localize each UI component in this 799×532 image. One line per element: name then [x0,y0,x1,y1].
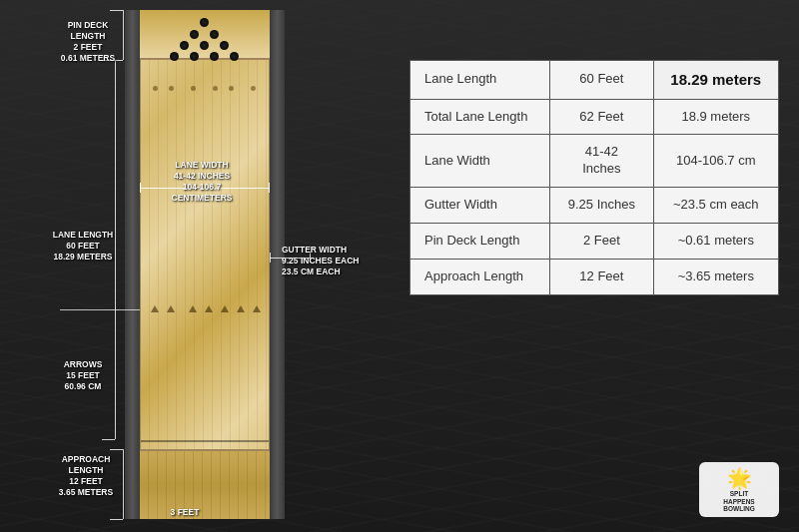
label-pin-deck: Pin Deck Length [410,224,550,260]
approach-label: APPROACH LENGTH12 FEET3.65 METERS [52,454,120,498]
metric-lane-length: 18.29 meters [653,61,778,100]
table-row: Lane Length 60 Feet 18.29 meters [410,61,779,100]
table-row: Gutter Width 9.25 Inches ~23.5 cm each [410,188,779,224]
metric-gutter-width: ~23.5 cm each [653,188,778,224]
pin-deck [140,10,270,60]
imperial-pin-deck: 2 Feet [550,224,653,260]
imperial-total-lane: 62 Feet [550,99,653,135]
label-approach: Approach Length [410,259,550,294]
table-row: Lane Width 41-42 Inches 104-106.7 cm [410,135,779,188]
imperial-gutter-width: 9.25 Inches [550,188,653,224]
label-lane-length: Lane Length [410,61,550,100]
metric-pin-deck: ~0.61 meters [653,224,778,260]
metric-approach: ~3.65 meters [653,259,778,294]
imperial-lane-width: 41-42 Inches [550,135,653,188]
gutter-width-label: GUTTER WIDTH9.25 INCHES EACH23.5 CM EACH [282,245,362,277]
imperial-approach: 12 Feet [550,259,653,294]
logo: 🌟 SPLIT HAPPENS BOWLING [699,462,779,517]
label-gutter-width: Gutter Width [410,188,550,224]
pin-deck-label: PIN DECK LENGTH2 FEET0.61 METERS [52,20,124,64]
table-row: Approach Length 12 Feet ~3.65 meters [410,259,779,294]
lane-diagram: PIN DECK LENGTH2 FEET0.61 METERS LANE WI… [50,10,360,519]
lane-length-label: LANE LENGTH60 FEET18.29 METERS [52,230,114,263]
approach-area [140,449,270,519]
three-feet-label: 3 FEET [165,507,205,518]
imperial-lane-length: 60 Feet [550,61,653,100]
gutter-left [125,10,140,519]
logo-text: SPLIT HAPPENS BOWLING [723,490,754,513]
measurements-table-wrapper: Lane Length 60 Feet 18.29 meters Total L… [409,60,779,295]
measurements-table: Lane Length 60 Feet 18.29 meters Total L… [409,60,779,295]
label-total-lane: Total Lane Length [410,99,550,135]
lane-width-label: LANE WIDTH41-42 INCHES104-106.7CENTIMETE… [142,160,262,204]
metric-lane-width: 104-106.7 cm [653,135,778,188]
lane-wood [140,10,270,519]
logo-sun-icon: 🌟 [727,466,752,490]
table-row: Total Lane Length 62 Feet 18.9 meters [410,99,779,135]
metric-total-lane: 18.9 meters [653,99,778,135]
label-lane-width: Lane Width [410,135,550,188]
table-row: Pin Deck Length 2 Feet ~0.61 meters [410,224,779,260]
arrows-label: ARROWS15 FEET60.96 CM [52,359,114,392]
